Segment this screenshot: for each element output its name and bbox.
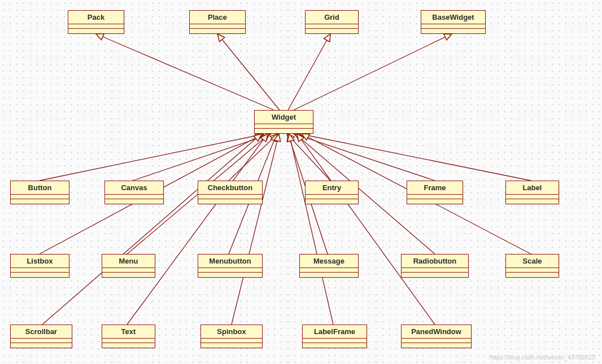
class-attrs (402, 339, 471, 343)
class-scrollbar[interactable]: Scrollbar (10, 324, 72, 348)
class-attrs (198, 195, 262, 199)
class-menu[interactable]: Menu (102, 254, 155, 278)
class-ops (421, 29, 485, 33)
class-entry[interactable]: Entry (305, 181, 359, 204)
class-attrs (198, 268, 262, 273)
class-attrs (68, 24, 124, 29)
class-attrs (506, 268, 559, 273)
class-name: Menubutton (198, 255, 262, 268)
class-grid[interactable]: Grid (305, 10, 359, 34)
svg-line-16 (42, 134, 261, 324)
svg-line-2 (288, 34, 330, 110)
class-name: Scrollbar (11, 325, 72, 339)
class-name: Entry (306, 181, 358, 195)
class-name: Listbox (11, 255, 69, 268)
class-name: Place (190, 11, 245, 24)
class-label[interactable]: Label (505, 181, 559, 204)
svg-line-17 (127, 134, 268, 324)
class-attrs (11, 339, 72, 343)
class-name: Widget (255, 111, 313, 124)
class-button[interactable]: Button (10, 181, 69, 204)
class-attrs (303, 339, 367, 343)
class-name: Spinbox (201, 325, 262, 339)
svg-line-8 (294, 134, 435, 181)
class-ops (255, 129, 313, 133)
class-basewidget[interactable]: BaseWidget (421, 10, 486, 34)
svg-line-7 (287, 134, 330, 181)
class-scale[interactable]: Scale (505, 254, 559, 278)
class-ops (68, 29, 124, 33)
class-name: Checkbutton (198, 181, 262, 195)
class-checkbutton[interactable]: Checkbutton (198, 181, 263, 204)
class-ops (198, 273, 262, 277)
class-name: Text (102, 325, 155, 339)
class-attrs (11, 268, 69, 273)
class-text[interactable]: Text (102, 324, 155, 348)
class-name: Frame (407, 181, 463, 195)
class-message[interactable]: Message (299, 254, 359, 278)
class-name: Message (300, 255, 358, 268)
class-widget[interactable]: Widget (254, 110, 313, 134)
svg-line-3 (294, 34, 452, 110)
class-ops (190, 29, 245, 33)
class-ops (102, 273, 155, 277)
class-ops (306, 199, 358, 204)
svg-line-1 (217, 34, 280, 110)
class-name: LabelFrame (303, 325, 367, 339)
class-attrs (306, 24, 358, 29)
class-ops (300, 273, 358, 277)
class-radiobutton[interactable]: Radiobutton (401, 254, 469, 278)
class-ops (402, 343, 471, 348)
class-listbox[interactable]: Listbox (10, 254, 69, 278)
class-attrs (407, 195, 463, 199)
class-attrs (11, 195, 69, 199)
class-attrs (190, 24, 245, 29)
class-place[interactable]: Place (189, 10, 246, 34)
svg-line-6 (229, 134, 278, 181)
class-ops (11, 273, 69, 277)
class-pack[interactable]: Pack (68, 10, 124, 34)
class-name: Pack (68, 11, 124, 24)
class-name: Label (506, 181, 559, 195)
class-name: Menu (102, 255, 155, 268)
class-ops (105, 199, 163, 204)
class-ops (306, 29, 358, 33)
class-attrs (421, 24, 485, 29)
svg-line-9 (299, 134, 531, 181)
watermark: https://blog.csdn.net/weixin_43708622 (490, 354, 595, 361)
svg-line-0 (96, 34, 274, 110)
class-attrs (102, 268, 155, 273)
class-attrs (306, 195, 358, 199)
class-attrs (506, 195, 559, 199)
class-labelframe[interactable]: LabelFrame (302, 324, 367, 348)
class-attrs (402, 268, 468, 273)
class-name: Canvas (105, 181, 163, 195)
class-ops (303, 343, 367, 348)
svg-line-19 (289, 134, 333, 324)
class-name: Scale (506, 255, 559, 268)
class-attrs (300, 268, 358, 273)
class-canvas[interactable]: Canvas (104, 181, 164, 204)
svg-line-4 (40, 134, 265, 181)
class-ops (11, 343, 72, 348)
class-ops (506, 199, 559, 204)
class-ops (506, 273, 559, 277)
class-menubutton[interactable]: Menubutton (198, 254, 263, 278)
svg-line-5 (133, 134, 271, 181)
svg-line-18 (232, 134, 279, 324)
svg-line-20 (297, 134, 435, 324)
class-attrs (201, 339, 262, 343)
class-ops (198, 199, 262, 204)
class-panedwindow[interactable]: PanedWindow (401, 324, 472, 348)
class-attrs (255, 124, 313, 129)
class-ops (402, 273, 468, 277)
class-frame[interactable]: Frame (407, 181, 463, 204)
class-ops (201, 343, 262, 348)
class-name: PanedWindow (402, 325, 471, 339)
class-spinbox[interactable]: Spinbox (200, 324, 263, 348)
class-ops (102, 343, 155, 348)
class-name: BaseWidget (421, 11, 485, 24)
class-attrs (105, 195, 163, 199)
class-ops (407, 199, 463, 204)
class-name: Button (11, 181, 69, 195)
